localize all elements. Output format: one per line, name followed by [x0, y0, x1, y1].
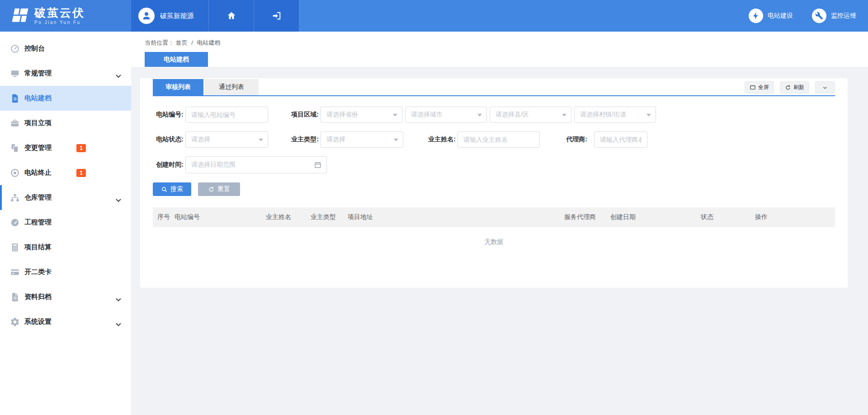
brand-name: 破茧云伏 [34, 7, 85, 19]
sidebar-item-engineering-mgmt[interactable]: 工程管理 [0, 210, 131, 235]
page-tab-station-filing[interactable]: 电站建档 [145, 52, 208, 67]
sitemap-icon [10, 193, 20, 203]
station-status-select[interactable]: 请选择 [185, 131, 268, 148]
owner-type-label: 业主类型: [288, 135, 319, 144]
fullscreen-icon [750, 84, 756, 91]
sidebar-item-warehouse-mgmt[interactable]: 仓库管理 [0, 185, 131, 210]
station-status-label: 电站状态: [153, 135, 184, 144]
col-created: 创建日期 [610, 207, 636, 227]
caret-down-icon [646, 114, 651, 117]
brand-mark-icon [9, 7, 30, 25]
table-empty-state: 无数据 [153, 227, 835, 257]
logout-button[interactable] [254, 0, 299, 32]
nav-station-construction[interactable]: 电站建设 [749, 9, 793, 23]
breadcrumb-prefix: 当前位置： [145, 39, 174, 46]
province-select[interactable]: 请选择省份 [321, 107, 402, 123]
monitor-icon [10, 69, 20, 79]
station-no-input[interactable] [185, 107, 268, 123]
fullscreen-button[interactable]: 全屏 [745, 81, 774, 93]
chevron-down-icon [822, 84, 828, 91]
sidebar-item-station-termination[interactable]: 电站终止 1 [0, 160, 131, 185]
document-icon [10, 93, 20, 103]
tab-passed-list[interactable]: 通过列表 [204, 79, 259, 95]
breadcrumb: 当前位置： 首页 / 电站建档 [145, 39, 221, 47]
collapse-button[interactable] [815, 81, 835, 93]
caret-down-icon [259, 139, 263, 141]
logout-icon [272, 11, 282, 21]
agent-input[interactable] [594, 131, 647, 148]
sidebar-item-system-settings[interactable]: 系统设置 [0, 309, 131, 334]
col-address: 项目地址 [348, 207, 373, 227]
sidebar-item-change-mgmt[interactable]: 变更管理 1 [0, 135, 131, 160]
sidebar: 控制台 常规管理 电站建档 项目立项 变更管理 1 电站终止 1 [0, 32, 131, 415]
breadcrumb-bar: 当前位置： 首页 / 电站建档 电站建档 [131, 32, 868, 67]
sidebar-item-data-archive[interactable]: 资料归档 [0, 284, 131, 309]
user-menu[interactable]: 破茧新能源 [131, 0, 209, 32]
reset-button[interactable]: 重置 [198, 182, 240, 196]
tab-review-list[interactable]: 审核列表 [153, 79, 203, 95]
list-tabs: 审核列表 通过列表 全屏 刷新 [153, 79, 835, 96]
briefcase-icon [10, 118, 20, 128]
top-header: 破茧云伏 Po Jian Yun Fu 破茧新能源 电站建设 [0, 0, 868, 32]
caret-down-icon [394, 139, 398, 141]
col-owner-type: 业主类型 [311, 207, 336, 227]
sidebar-item-console[interactable]: 控制台 [0, 36, 131, 61]
filter-row-1: 电站编号: 项目区域: 请选择省份 请选择城市 请选择县/区 请选择村镇/街道 [153, 107, 835, 123]
nav-label: 监控运维 [831, 12, 856, 20]
card-icon [10, 267, 20, 277]
pages-icon [10, 143, 20, 153]
search-button[interactable]: 搜索 [153, 182, 191, 196]
sidebar-item-project-initiation[interactable]: 项目立项 [0, 111, 131, 135]
owner-name-label: 业主姓名: [425, 135, 456, 144]
wrench-icon [812, 9, 826, 23]
company-name: 破茧新能源 [160, 12, 194, 20]
region-label: 项目区域: [288, 111, 319, 119]
sidebar-item-general-mgmt[interactable]: 常规管理 [0, 61, 131, 86]
status-badge: 1 [76, 169, 86, 177]
nav-monitoring-ops[interactable]: 监控运维 [812, 9, 856, 23]
filter-row-2: 电站状态: 请选择 业主类型: 请选择 业主姓名: 代理商: [153, 131, 835, 148]
refresh-button[interactable]: 刷新 [780, 81, 809, 93]
breadcrumb-home-link[interactable]: 首页 [176, 39, 188, 46]
main-panel: 审核列表 通过列表 全屏 刷新 电站编号: 项目区域: [140, 78, 848, 288]
sidebar-item-project-settlement[interactable]: 项目结算 [0, 235, 131, 260]
file-icon [10, 292, 20, 302]
date-range-input[interactable]: 请选择日期范围 [185, 156, 327, 173]
search-icon [161, 186, 168, 193]
agent-label: 代理商: [562, 135, 587, 144]
owner-type-select[interactable]: 请选择 [321, 131, 403, 148]
reset-icon [208, 186, 215, 193]
owner-name-input[interactable] [458, 131, 540, 148]
chevron-down-icon [116, 196, 121, 200]
nav-label: 电站建设 [768, 12, 793, 20]
gear-icon [10, 317, 20, 327]
caret-down-icon [393, 114, 397, 117]
status-badge: 1 [76, 144, 86, 152]
col-actions: 操作 [755, 207, 768, 227]
caret-down-icon [562, 114, 566, 117]
refresh-icon [785, 84, 791, 91]
circle-dot-icon [10, 168, 20, 178]
village-select[interactable]: 请选择村镇/街道 [574, 107, 656, 123]
col-status: 状态 [701, 207, 713, 227]
home-icon [226, 11, 236, 21]
chevron-down-icon [116, 295, 121, 299]
brand-subtitle: Po Jian Yun Fu [34, 20, 85, 25]
city-select[interactable]: 请选择城市 [405, 107, 487, 123]
home-button[interactable] [209, 0, 254, 32]
col-station-no: 电站编号 [175, 207, 200, 227]
sidebar-item-station-filing[interactable]: 电站建档 [0, 86, 131, 111]
county-select[interactable]: 请选择县/区 [490, 107, 571, 123]
brand-logo: 破茧云伏 Po Jian Yun Fu [0, 0, 131, 32]
sidebar-item-open-type2-card[interactable]: 开二类卡 [0, 260, 131, 284]
calendar-icon [314, 161, 322, 169]
caret-down-icon [477, 114, 482, 117]
col-owner-name: 业主姓名 [266, 207, 291, 227]
calculator-icon [10, 242, 20, 252]
filter-row-3: 创建时间: 请选择日期范围 [153, 156, 835, 173]
main-content: 当前位置： 首页 / 电站建档 电站建档 审核列表 通过列表 全屏 刷新 [131, 32, 868, 415]
user-icon [141, 10, 152, 21]
station-no-label: 电站编号: [153, 111, 184, 119]
table-header: 序号 电站编号 业主姓名 业主类型 项目地址 服务代理商 创建日期 状态 操作 [153, 207, 835, 227]
chevron-down-icon [116, 72, 121, 75]
